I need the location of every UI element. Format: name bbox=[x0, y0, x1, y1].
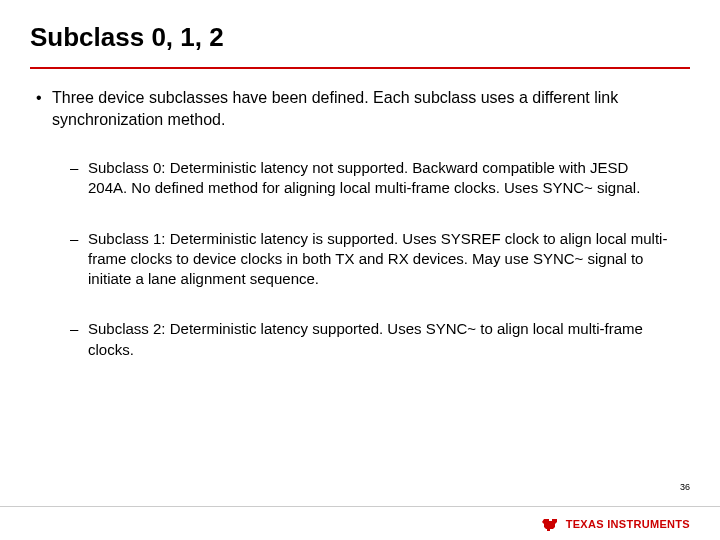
subclass-2-bullet: Subclass 2: Deterministic latency suppor… bbox=[30, 319, 690, 360]
ti-chip-icon bbox=[542, 516, 560, 532]
title-rule bbox=[30, 67, 690, 69]
ti-logo: TEXAS INSTRUMENTS bbox=[542, 516, 690, 532]
slide-title: Subclass 0, 1, 2 bbox=[30, 22, 690, 53]
ti-brand-text: TEXAS INSTRUMENTS bbox=[566, 518, 690, 530]
intro-bullet: Three device subclasses have been define… bbox=[30, 87, 690, 130]
subclass-0-bullet: Subclass 0: Deterministic latency not su… bbox=[30, 158, 690, 199]
page-number: 36 bbox=[680, 482, 690, 492]
slide-container: Subclass 0, 1, 2 Three device subclasses… bbox=[0, 0, 720, 540]
footer: TEXAS INSTRUMENTS bbox=[0, 506, 720, 540]
subclass-1-bullet: Subclass 1: Deterministic latency is sup… bbox=[30, 229, 690, 290]
